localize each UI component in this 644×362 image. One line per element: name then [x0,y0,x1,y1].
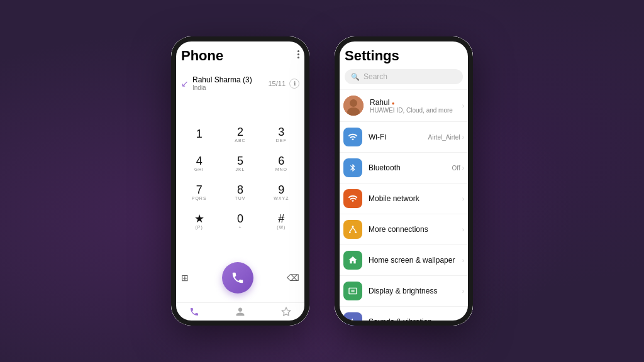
settings-item-homescreen[interactable]: Home screen & wallpaper › [335,245,473,276]
wifi-right: Airtel_Airtel › [428,134,464,141]
dialpad-row-4: ★ (P) 0 + # (W) [179,208,302,234]
wifi-icon-bg [343,128,362,146]
phone-device: Phone ↙ Rahul Sharma (3) India [171,36,309,326]
mobile-right: › [462,195,464,202]
nav-calls-icon[interactable] [189,307,199,319]
dot2 [297,53,299,55]
connections-icon-bg [343,220,362,239]
dial-btn-1[interactable]: 1 [183,121,216,148]
dial-num-0: 0 [237,213,243,226]
homescreen-right: › [462,257,464,264]
profile-subtitle: HUAWEI ID, Cloud, and more [370,107,456,114]
bluetooth-icon [348,163,357,173]
search-icon: 🔍 [351,73,360,81]
display-content: Display & brightness [369,287,456,295]
wifi-value: Airtel_Airtel [428,134,460,141]
display-label: Display & brightness [369,287,456,295]
call-phone-icon [231,271,245,285]
connections-icon [348,224,358,234]
svg-point-4 [352,226,354,228]
dial-btn-3[interactable]: 3 DEF [265,121,297,148]
nav-contacts-icon[interactable] [235,307,245,319]
dial-btn-5[interactable]: 5 JKL [224,150,257,177]
call-details: Rahul Sharma (3) India [192,75,252,91]
nav-favorites-icon[interactable] [281,307,291,319]
phone-menu-button[interactable] [297,50,299,58]
dial-btn-star[interactable]: ★ (P) [183,208,216,234]
dial-btn-4[interactable]: 4 GHI [183,150,216,177]
connections-right: › [462,226,464,233]
settings-item-sounds[interactable]: Sounds & vibration › [335,307,473,326]
call-count: 15/11 [268,80,286,87]
dial-btn-8[interactable]: 8 TUV [224,179,257,206]
phones-container: Phone ↙ Rahul Sharma (3) India [171,36,473,326]
mobile-icon-bg [343,189,362,208]
settings-screen: Settings 🔍 Search [335,36,473,326]
dial-sub-8: TUV [235,196,245,200]
mobile-content: Mobile network [369,194,456,203]
backspace-icon[interactable]: ⌫ [287,273,299,283]
svg-marker-0 [282,307,291,315]
sounds-icon-bg [343,312,362,326]
dial-btn-2[interactable]: 2 ABC [224,121,257,148]
svg-line-7 [350,228,353,232]
wifi-icon [348,132,358,142]
dialpad: 1 2 ABC 3 DEF 4 [171,100,309,257]
dial-num-2: 2 [237,126,243,139]
connections-label: More connections [369,225,456,234]
caller-name: Rahul Sharma (3) [192,75,252,84]
call-button[interactable] [222,262,253,293]
settings-item-mobile[interactable]: Mobile network › [335,184,473,214]
profile-dot: ● [392,101,395,106]
wifi-chevron-icon: › [462,134,464,141]
settings-item-display[interactable]: Display & brightness › [335,276,473,307]
mobile-chevron-icon: › [462,195,464,202]
display-right: › [462,288,464,295]
settings-item-bluetooth[interactable]: Bluetooth Off › [335,153,473,184]
bluetooth-icon-bg [343,158,362,177]
dial-num-5: 5 [237,155,243,168]
dial-num-6: 6 [278,155,284,168]
connections-content: More connections [369,225,456,234]
dial-sub-star: (P) [195,225,203,229]
missed-call-icon: ↙ [181,79,189,89]
call-info-button[interactable]: ℹ [289,79,299,89]
dial-num-8: 8 [237,184,243,197]
dial-sub-3: DEF [276,138,287,143]
svg-point-5 [349,231,351,233]
dial-btn-hash[interactable]: # (W) [265,208,297,234]
homescreen-icon [348,255,358,265]
recent-call-item[interactable]: ↙ Rahul Sharma (3) India 15/11 ℹ [181,72,299,95]
bluetooth-right: Off › [452,165,465,172]
dial-sub-9: WXYZ [274,196,289,200]
dial-btn-9[interactable]: 9 WXYZ [265,179,297,206]
svg-line-8 [353,228,356,232]
phone-app-title: Phone [181,48,223,64]
settings-title: Settings [345,48,463,64]
dial-sub-6: MNO [275,167,287,172]
dialpad-grid-icon[interactable]: ⊞ [181,273,189,283]
phone-app-header: Phone [171,36,309,69]
dial-btn-6[interactable]: 6 MNO [265,150,297,177]
wifi-label: Wi-Fi [369,133,422,141]
call-right: 15/11 ℹ [268,79,299,89]
profile-chevron-icon: › [462,102,464,109]
dial-btn-0[interactable]: 0 + [224,208,257,234]
phone-app: Phone ↙ Rahul Sharma (3) India [171,36,309,326]
dial-sub-0: + [238,225,242,229]
settings-item-wifi[interactable]: Wi-Fi Airtel_Airtel › [335,122,473,153]
display-icon-bg [343,282,362,300]
dial-btn-7[interactable]: 7 PQRS [183,179,216,206]
sounds-icon [348,317,358,326]
settings-item-connections[interactable]: More connections › [335,214,473,245]
settings-search-bar[interactable]: 🔍 Search [345,69,463,84]
dial-num-hash: # [278,213,284,226]
settings-item-profile[interactable]: Rahul ● HUAWEI ID, Cloud, and more › [335,90,473,122]
dial-sub-hash: (W) [277,225,286,229]
settings-app: Settings 🔍 Search [335,36,473,326]
homescreen-content: Home screen & wallpaper [369,256,456,265]
homescreen-label: Home screen & wallpaper [369,256,456,265]
svg-point-6 [355,231,357,233]
dial-num-1: 1 [196,128,203,141]
display-icon [348,286,358,296]
